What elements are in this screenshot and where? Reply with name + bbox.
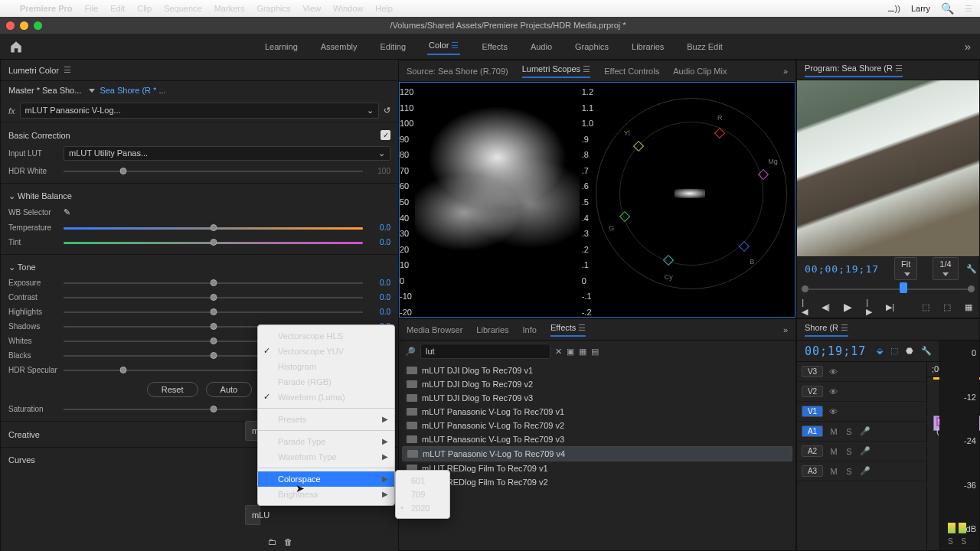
resolution-select[interactable]: 1/4	[933, 257, 958, 280]
program-timecode[interactable]: 00;00;19;17	[805, 263, 879, 275]
marker-icon[interactable]: ⬣	[906, 346, 913, 356]
submenu-item[interactable]: 2020	[396, 501, 449, 515]
go-out-icon[interactable]: ▶|	[886, 302, 894, 312]
tab-media-browser[interactable]: Media Browser	[407, 325, 462, 334]
temperature-value[interactable]: 0.0	[368, 223, 390, 232]
volume-icon[interactable]: ⚊))	[887, 4, 900, 14]
track-header[interactable]: V3👁	[797, 362, 926, 382]
effect-preset-row[interactable]: mLUT REDlog Film To Rec709 v1	[402, 461, 792, 475]
tab-effect-controls[interactable]: Effect Controls	[604, 67, 659, 76]
menu-item[interactable]: Vectorscope HLS	[258, 328, 394, 344]
track-header[interactable]: V1👁	[797, 402, 926, 422]
menu-item[interactable]: Brightness	[258, 487, 394, 502]
play-icon[interactable]: ▶	[844, 301, 852, 313]
menu-item[interactable]: Vectorscope YUV	[258, 344, 394, 359]
workspace-overflow-icon[interactable]: »	[965, 40, 971, 53]
section-white-balance[interactable]: ⌄ White Balance	[8, 191, 72, 201]
section-creative[interactable]: Creative	[8, 430, 40, 439]
tab-lumetri-scopes[interactable]: Lumetri Scopes ☰	[522, 64, 591, 78]
timeline-timecode[interactable]: 00;19;17	[805, 344, 866, 358]
section-tone[interactable]: ⌄ Tone	[8, 262, 36, 272]
app-name[interactable]: Premiere Pro	[20, 4, 72, 13]
sequence-link[interactable]: Sea Shore (R * ...	[100, 86, 165, 95]
lift-icon[interactable]: ⬚	[922, 302, 929, 312]
go-in-icon[interactable]: |◀	[802, 298, 808, 317]
playhead-icon[interactable]	[900, 282, 907, 293]
menu-markers[interactable]: Markers	[214, 4, 245, 13]
temperature-slider[interactable]	[64, 227, 363, 229]
master-clip-label[interactable]: Master * Sea Sho...	[8, 86, 81, 95]
tab-source[interactable]: Source: Sea Shore (R.709)	[407, 67, 508, 76]
scopes-viewport[interactable]: 1201101009080706050403020100-10-20 1.21.…	[399, 82, 795, 318]
submenu-item[interactable]: 601	[396, 474, 449, 487]
panel-overflow-icon[interactable]: »	[783, 325, 788, 334]
user-name[interactable]: Larry	[911, 4, 930, 13]
tab-effects[interactable]: Effects ☰	[550, 323, 586, 337]
workspace-buzzedit[interactable]: Buzz Edit	[685, 39, 724, 54]
extract-icon[interactable]: ⬚	[943, 302, 951, 312]
submenu-item[interactable]: 709	[396, 487, 449, 501]
section-basic[interactable]: Basic Correction	[8, 131, 70, 140]
basic-enable-checkbox[interactable]: ✓	[381, 130, 390, 140]
effect-preset-row[interactable]: mLUT Panasonic V-Log To Rec709 v1	[402, 405, 792, 419]
effect-preset-row[interactable]: mLUT Panasonic V-Log To Rec709 v3	[402, 432, 792, 446]
filter-icon-3[interactable]: ▤	[591, 347, 599, 357]
spotlight-icon[interactable]: 🔍	[941, 2, 954, 15]
auto-button[interactable]: Auto	[206, 382, 253, 397]
minimize-window[interactable]	[20, 21, 28, 30]
zoom-select[interactable]: Fit	[894, 257, 917, 280]
exposure-slider[interactable]	[64, 282, 363, 284]
effect-preset-row[interactable]: mLUT DJI Dlog To Rec709 v2	[402, 377, 792, 391]
eyedropper-icon[interactable]: ✎	[64, 207, 70, 217]
menu-sequence[interactable]: Sequence	[164, 4, 202, 13]
reset-button[interactable]: Reset	[147, 382, 198, 397]
tab-libraries[interactable]: Libraries	[476, 325, 508, 334]
export-frame-icon[interactable]: ▦	[965, 302, 972, 312]
new-bin-icon[interactable]: 🗀	[268, 537, 276, 546]
mic-icon[interactable]: 🎤	[860, 426, 871, 436]
tab-audio-clip-mix[interactable]: Audio Clip Mix	[673, 67, 727, 76]
track-header[interactable]: A2MS🎤	[797, 442, 926, 461]
reset-effect-icon[interactable]: ↺	[384, 106, 390, 116]
workspace-learning[interactable]: Learning	[263, 39, 299, 54]
program-scrubbar[interactable]	[805, 282, 972, 295]
input-lut-dropdown[interactable]: mLUT Utility Panas...⌄	[64, 146, 390, 161]
workspace-assembly[interactable]: Assembly	[319, 39, 359, 54]
eye-icon[interactable]: 👁	[829, 367, 838, 377]
track-header[interactable]: A3MS🎤	[797, 461, 926, 481]
section-curves[interactable]: Curves	[8, 455, 35, 465]
menu-item[interactable]: Colorspace	[258, 471, 394, 487]
zoom-window[interactable]	[34, 21, 42, 30]
tab-program[interactable]: Program: Sea Shore (R ☰	[805, 64, 903, 77]
workspace-effects[interactable]: Effects	[480, 39, 508, 54]
eye-icon[interactable]: 👁	[829, 387, 838, 396]
close-window[interactable]	[6, 21, 15, 30]
step-fwd-icon[interactable]: |▶	[866, 298, 872, 317]
tab-info[interactable]: Info	[523, 325, 537, 334]
workspace-graphics[interactable]: Graphics	[573, 39, 610, 54]
settings-icon[interactable]: 🔧	[921, 346, 932, 356]
menu-help[interactable]: Help	[375, 4, 393, 13]
menu-item[interactable]: Waveform (Luma)	[258, 390, 394, 405]
effect-preset-row[interactable]: mLUT REDlog Film To Rec709 v2	[402, 475, 792, 489]
colorspace-submenu[interactable]: 6017092020	[395, 470, 450, 519]
menu-view[interactable]: View	[302, 4, 321, 13]
mic-icon[interactable]: 🎤	[860, 466, 871, 476]
menu-window[interactable]: Window	[333, 4, 363, 13]
list-icon[interactable]: ☰	[965, 4, 972, 14]
menu-file[interactable]: File	[84, 4, 98, 13]
panel-overflow-icon[interactable]: »	[783, 67, 788, 76]
effect-preset-dropdown[interactable]: mLUT Panasonic V-Log...⌄	[20, 103, 379, 119]
snap-icon[interactable]: ⬙	[877, 346, 883, 356]
workspace-libraries[interactable]: Libraries	[630, 39, 665, 54]
effects-search-input[interactable]	[420, 344, 550, 359]
wrench-icon[interactable]: 🔧	[966, 264, 977, 274]
filter-icon-1[interactable]: ▣	[567, 347, 574, 357]
menu-graphics[interactable]: Graphics	[256, 4, 290, 13]
workspace-editing[interactable]: Editing	[378, 39, 407, 54]
mic-icon[interactable]: 🎤	[860, 446, 871, 456]
step-back-icon[interactable]: ◀|	[822, 302, 830, 312]
track-header[interactable]: A1MS🎤	[797, 422, 926, 442]
menu-item[interactable]: Parade (RGB)	[258, 374, 394, 390]
tint-value[interactable]: 0.0	[368, 238, 390, 246]
